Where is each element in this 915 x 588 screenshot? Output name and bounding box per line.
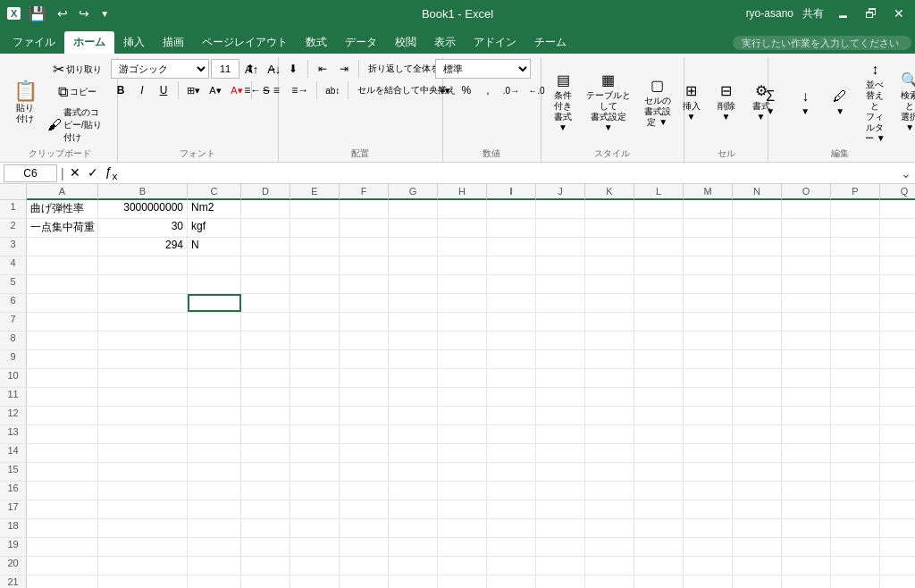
cell[interactable] — [782, 425, 831, 443]
cell[interactable] — [340, 500, 389, 518]
cell[interactable] — [188, 575, 241, 588]
cell[interactable] — [880, 425, 915, 443]
cell[interactable] — [831, 500, 880, 518]
cell[interactable] — [536, 500, 585, 518]
cell[interactable] — [880, 444, 915, 462]
cell[interactable] — [880, 219, 915, 237]
autosum-button[interactable]: Σ ▼ — [754, 87, 786, 119]
cell[interactable] — [585, 219, 634, 237]
cell[interactable] — [27, 256, 98, 274]
tab-draw[interactable]: 描画 — [154, 31, 193, 54]
cell[interactable] — [487, 294, 536, 312]
cell[interactable]: 曲げ弾性率 — [27, 200, 98, 218]
cell[interactable] — [585, 407, 634, 424]
cell[interactable] — [487, 219, 536, 237]
cell[interactable] — [290, 275, 340, 293]
cell[interactable] — [831, 294, 880, 312]
cell[interactable] — [684, 200, 733, 218]
align-center-button[interactable]: ≡ — [266, 80, 286, 100]
cell[interactable] — [733, 256, 782, 274]
tab-addins[interactable]: アドイン — [465, 31, 525, 54]
cell[interactable] — [733, 388, 782, 406]
cell[interactable]: 294 — [98, 238, 188, 256]
cell[interactable] — [241, 369, 290, 387]
cell[interactable] — [536, 200, 585, 218]
cell[interactable] — [290, 350, 340, 368]
font-size-input[interactable] — [211, 59, 239, 79]
cell[interactable] — [684, 219, 733, 237]
cell[interactable] — [733, 200, 782, 218]
cell[interactable] — [880, 500, 915, 518]
clear-button[interactable]: 🖊 ▼ — [824, 87, 856, 119]
cell[interactable] — [27, 332, 98, 349]
tab-insert[interactable]: 挿入 — [114, 31, 154, 54]
cell[interactable] — [782, 369, 831, 387]
cell[interactable]: 一点集中荷重 — [27, 219, 98, 237]
col-header-j[interactable]: J — [536, 184, 585, 200]
cell[interactable] — [340, 275, 389, 293]
cell[interactable] — [585, 256, 634, 274]
cell[interactable] — [782, 388, 831, 406]
cell[interactable] — [487, 557, 536, 575]
cell[interactable] — [536, 275, 585, 293]
col-header-q[interactable]: Q — [880, 184, 915, 200]
cell[interactable] — [634, 350, 684, 368]
cell[interactable] — [536, 519, 585, 537]
cell[interactable] — [536, 332, 585, 349]
cell[interactable] — [188, 482, 241, 500]
align-bottom-button[interactable]: ⬇ — [283, 59, 303, 79]
cell[interactable] — [585, 575, 634, 588]
cell[interactable] — [188, 350, 241, 368]
cell[interactable]: 3000000000 — [98, 200, 188, 218]
cell[interactable] — [831, 519, 880, 537]
cell[interactable] — [831, 557, 880, 575]
cell[interactable] — [782, 500, 831, 518]
cell[interactable] — [98, 275, 188, 293]
font-name-select[interactable]: 游ゴシック — [111, 59, 209, 79]
cell[interactable] — [98, 425, 188, 443]
cell[interactable] — [585, 313, 634, 331]
tab-team[interactable]: チーム — [525, 31, 575, 54]
cell[interactable] — [340, 538, 389, 556]
cell[interactable] — [487, 482, 536, 500]
cell[interactable] — [733, 407, 782, 424]
cell[interactable] — [831, 425, 880, 443]
close-button[interactable]: ✕ — [890, 6, 908, 21]
cell[interactable] — [733, 575, 782, 588]
cell[interactable] — [27, 425, 98, 443]
cell[interactable] — [389, 407, 438, 424]
sort-filter-button[interactable]: ↕ 並べ替えとフィルター ▼ — [859, 60, 891, 146]
cell[interactable] — [389, 557, 438, 575]
cell[interactable] — [98, 294, 188, 312]
cell[interactable] — [880, 256, 915, 274]
cell[interactable] — [487, 200, 536, 218]
cell[interactable] — [241, 332, 290, 349]
col-header-g[interactable]: G — [389, 184, 438, 200]
cell[interactable] — [536, 256, 585, 274]
cell[interactable] — [438, 463, 487, 481]
cell[interactable] — [389, 313, 438, 331]
cell[interactable] — [389, 294, 438, 312]
cell[interactable] — [684, 294, 733, 312]
cell[interactable] — [389, 388, 438, 406]
cell[interactable] — [684, 238, 733, 256]
cell[interactable] — [585, 275, 634, 293]
formula-expand-icon[interactable]: ⌄ — [901, 166, 911, 181]
cell[interactable] — [389, 575, 438, 588]
cell[interactable] — [536, 238, 585, 256]
cell[interactable] — [782, 557, 831, 575]
cell[interactable] — [98, 557, 188, 575]
cell[interactable] — [585, 463, 634, 481]
tab-view[interactable]: 表示 — [425, 31, 465, 54]
cell[interactable] — [27, 444, 98, 462]
cell[interactable] — [241, 388, 290, 406]
cell[interactable] — [188, 500, 241, 518]
cell[interactable] — [438, 332, 487, 349]
tab-formulas[interactable]: 数式 — [297, 31, 336, 54]
cell[interactable] — [831, 463, 880, 481]
cell[interactable] — [634, 444, 684, 462]
cell[interactable] — [536, 482, 585, 500]
find-select-button[interactable]: 🔍 検索と選択 ▼ — [894, 70, 915, 135]
increase-decimal-button[interactable]: .0→ — [499, 80, 523, 100]
cell[interactable] — [634, 256, 684, 274]
